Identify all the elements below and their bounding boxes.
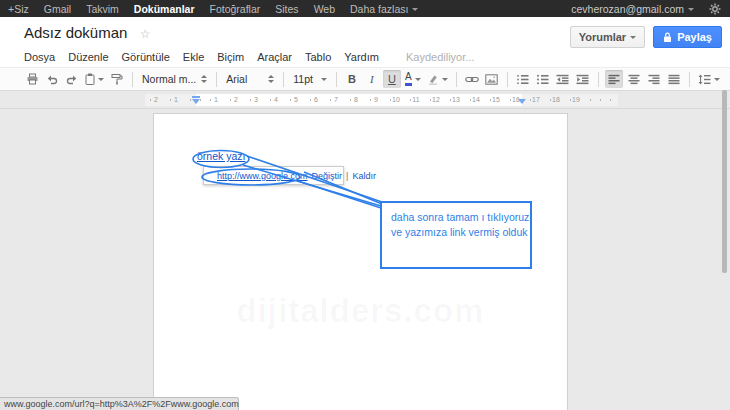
nav-item-web[interactable]: Web xyxy=(314,1,335,17)
nav-item-daha-fazlas-[interactable]: Daha fazlası xyxy=(350,1,418,17)
chevron-down-icon xyxy=(415,78,421,81)
document-hyperlink[interactable]: örnek yazı xyxy=(197,150,245,162)
ruler-number: 1 xyxy=(174,96,178,103)
chevron-down-icon xyxy=(98,78,104,81)
print-icon xyxy=(26,73,39,85)
header-buttons: Yorumlar Paylaş xyxy=(570,26,722,48)
google-topbar: +SizGmailTakvimDokümanlarFotoğraflarSite… xyxy=(0,0,730,17)
nav-item-takvim[interactable]: Takvim xyxy=(86,1,119,17)
increase-indent-icon xyxy=(576,74,589,85)
justify-button[interactable] xyxy=(665,70,683,88)
align-right-button[interactable] xyxy=(645,70,663,88)
ruler-tick xyxy=(270,99,271,101)
ruler-number: 11 xyxy=(412,96,419,103)
menu-item-g-r-nt-le[interactable]: Görüntüle xyxy=(122,51,170,63)
link-remove-button[interactable]: Kaldır xyxy=(352,171,376,181)
align-left-button[interactable] xyxy=(605,70,623,88)
paint-format-button[interactable] xyxy=(108,70,126,88)
bulleted-list-button[interactable] xyxy=(534,70,552,88)
toolbar-separator xyxy=(456,72,457,87)
nav-item-dok-manlar[interactable]: Dokümanlar xyxy=(134,1,195,17)
first-line-indent-marker[interactable] xyxy=(192,96,200,98)
chevron-down-icon xyxy=(412,8,418,11)
italic-button[interactable]: I xyxy=(363,70,381,88)
ruler-number: 8 xyxy=(354,96,358,103)
ruler-number: 13 xyxy=(452,96,460,103)
align-center-button[interactable] xyxy=(625,70,643,88)
underline-button[interactable]: U xyxy=(383,70,401,88)
document-canvas[interactable]: dijitalders.com örnek yazı http://www.go… xyxy=(0,109,730,410)
font-dropdown[interactable]: Arial xyxy=(222,70,278,88)
redo-button[interactable] xyxy=(63,70,81,88)
nav-item-foto-raflar[interactable]: Fotoğraflar xyxy=(210,1,261,17)
bold-button[interactable]: B xyxy=(343,70,361,88)
numbered-list-button[interactable] xyxy=(514,70,532,88)
menu-item-dosya[interactable]: Dosya xyxy=(24,51,55,63)
document-title[interactable]: Adsız doküman xyxy=(24,24,127,41)
link-bubble: http://www.google.com Değiştir | Kaldır xyxy=(203,166,344,185)
lock-icon xyxy=(663,32,672,43)
comments-button[interactable]: Yorumlar xyxy=(570,26,645,48)
ruler[interactable]: 2112345678910111213141516171819 xyxy=(145,94,618,106)
bold-icon: B xyxy=(348,74,356,85)
nav-item-+siz[interactable]: +Siz xyxy=(8,1,29,17)
insert-image-button[interactable] xyxy=(483,70,501,88)
settings-button[interactable] xyxy=(704,1,726,16)
text-color-icon: A xyxy=(405,72,412,86)
web-clipboard-button[interactable] xyxy=(83,70,106,88)
menu-item-d-zenle[interactable]: Düzenle xyxy=(68,51,108,63)
ruler-tick xyxy=(430,99,431,101)
insert-link-button[interactable] xyxy=(463,70,481,88)
justify-icon xyxy=(668,74,680,85)
styles-dropdown[interactable]: Normal m... xyxy=(138,70,211,88)
menu-item-ekle[interactable]: Ekle xyxy=(183,51,204,63)
ruler-tick xyxy=(330,99,331,101)
underline-icon: U xyxy=(388,74,396,85)
left-indent-marker[interactable] xyxy=(192,99,200,104)
share-button[interactable]: Paylaş xyxy=(653,26,722,48)
status-url: www.google.com/url?q=http%3A%2F%2Fwww.go… xyxy=(0,399,239,409)
ruler-tick xyxy=(570,99,571,101)
account-menu[interactable]: cevherozan@gmail.com xyxy=(571,3,694,15)
callout-line-2: ve yazımıza link vermiş olduk xyxy=(391,225,530,240)
ruler-number: 18 xyxy=(552,96,560,103)
nav-item-sites[interactable]: Sites xyxy=(275,1,298,17)
ruler-tick xyxy=(490,99,491,101)
line-spacing-button[interactable] xyxy=(696,70,722,88)
ruler-number: 5 xyxy=(294,96,298,103)
ruler-tick xyxy=(550,99,551,101)
ruler-tick xyxy=(230,99,231,101)
ruler-tick xyxy=(510,99,511,101)
vertical-scrollbar[interactable] xyxy=(722,90,727,273)
ruler-number: 12 xyxy=(432,96,440,103)
ruler-tick xyxy=(170,99,171,101)
ruler-number: 15 xyxy=(492,96,500,103)
ruler-number: 9 xyxy=(374,96,378,103)
account-email: cevherozan@gmail.com xyxy=(571,3,684,15)
nav-item-gmail[interactable]: Gmail xyxy=(44,1,71,17)
font-size-dropdown[interactable]: 11pt xyxy=(289,70,331,88)
menu-item-ara-lar[interactable]: Araçlar xyxy=(257,51,292,63)
link-bubble-divider: | xyxy=(346,171,348,181)
menu-item-tablo[interactable]: Tablo xyxy=(305,51,331,63)
link-bubble-url[interactable]: http://www.google.com xyxy=(217,171,308,181)
annotation-callout: daha sonra tamam ı tıklıyoruz ve yazımız… xyxy=(380,201,532,269)
ruler-number: 2 xyxy=(154,96,158,103)
ruler-number: 16 xyxy=(512,96,520,103)
menu-item-yard-m[interactable]: Yardım xyxy=(344,51,379,63)
star-icon[interactable]: ☆ xyxy=(140,27,151,41)
toolbar-separator xyxy=(598,72,599,87)
ruler-number: 19 xyxy=(572,96,580,103)
link-change-button[interactable]: Değiştir xyxy=(312,171,343,181)
undo-button[interactable] xyxy=(43,70,61,88)
print-button[interactable] xyxy=(23,70,41,88)
save-status: Kaydediliyor... xyxy=(406,51,474,63)
highlight-color-button[interactable] xyxy=(425,70,450,88)
increase-indent-button[interactable] xyxy=(574,70,592,88)
menu-item-bi-im[interactable]: Biçim xyxy=(217,51,244,63)
ruler-number: 10 xyxy=(392,96,400,103)
ruler-tick xyxy=(600,99,601,101)
decrease-indent-button[interactable] xyxy=(554,70,572,88)
text-color-button[interactable]: A xyxy=(403,70,423,88)
chevron-down-icon xyxy=(321,78,327,81)
